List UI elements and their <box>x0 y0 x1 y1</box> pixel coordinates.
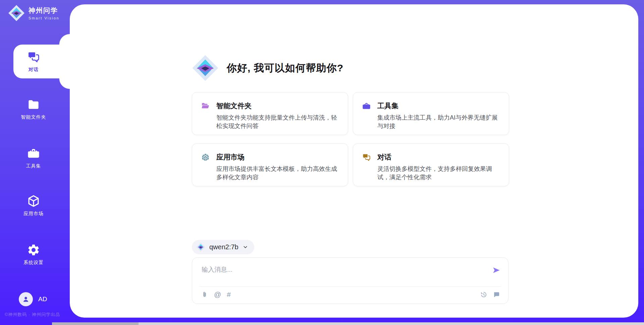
toolbox-icon <box>362 102 371 111</box>
feature-cards: 智能文件夹 智能文件夹功能支持批量文件上传与清洗，轻松实现文件问答 工具集 集成… <box>192 92 509 186</box>
open-folder-icon <box>201 102 210 111</box>
card-title: 工具集 <box>377 101 398 111</box>
main-panel: 你好, 我可以如何帮助你? 智能文件夹 智能文件夹功能支持批量文件上传与清洗，轻… <box>70 4 638 318</box>
chevron-down-icon <box>243 244 248 250</box>
model-diamond-logo-icon <box>196 243 205 252</box>
composer-toolbar-right <box>480 291 500 298</box>
composer-divider <box>199 286 501 287</box>
horizontal-scrollbar-thumb[interactable] <box>52 322 139 325</box>
hash-icon[interactable]: # <box>227 291 231 298</box>
sidebar: 神州问学 Smart Vision 对话 智能文件夹 工具集 <box>0 0 70 325</box>
sidebar-item-label: 应用市场 <box>23 211 44 217</box>
chat-icon <box>362 153 371 162</box>
gear-icon <box>27 243 40 257</box>
brand-subtitle: Smart Vision <box>29 16 59 20</box>
folder-icon <box>27 98 40 111</box>
card-description: 集成市场上主流工具，助力AI与外界无缝扩展与对接 <box>377 114 500 130</box>
model-name: qwen2:7b <box>209 243 238 251</box>
card-smart-folder[interactable]: 智能文件夹 智能文件夹功能支持批量文件上传与清洗，轻松实现文件问答 <box>192 92 348 135</box>
card-description: 灵活切换多模型文件，支持多样回复效果调试，满足个性化需求 <box>377 165 500 182</box>
welcome-diamond-logo-icon <box>192 55 219 81</box>
welcome-block: 你好, 我可以如何帮助你? <box>192 55 343 81</box>
copyright: ©神州数码 · 神州问学出品 <box>5 312 60 318</box>
paperclip-icon[interactable] <box>201 291 208 298</box>
history-icon[interactable] <box>480 291 487 298</box>
message-composer: @ # <box>192 257 508 304</box>
card-toolset[interactable]: 工具集 集成市场上主流工具，助力AI与外界无缝扩展与对接 <box>353 92 509 135</box>
brand: 神州问学 Smart Vision <box>8 5 59 21</box>
sidebar-item-label: 对话 <box>29 67 39 73</box>
sidebar-item-chat[interactable]: 对话 <box>0 50 67 73</box>
message-input[interactable] <box>202 263 470 276</box>
user-name: AD <box>38 296 47 303</box>
user-profile[interactable]: AD <box>19 292 47 306</box>
card-title: 智能文件夹 <box>216 101 252 111</box>
toolbox-icon <box>27 147 40 160</box>
send-icon <box>492 266 501 275</box>
sidebar-item-label: 工具集 <box>26 163 41 169</box>
tab-fillet-top <box>59 34 70 45</box>
send-button[interactable] <box>492 266 501 276</box>
horizontal-scrollbar-track <box>52 322 644 325</box>
sidebar-item-label: 智能文件夹 <box>21 114 46 120</box>
tab-fillet-bottom <box>59 78 70 89</box>
chat-icon <box>27 50 40 64</box>
composer-toolbar: @ # <box>201 291 231 298</box>
brand-name: 神州问学 <box>29 6 59 15</box>
card-description: 智能文件夹功能支持批量文件上传与清洗，轻松实现文件问答 <box>216 114 339 130</box>
sidebar-item-label: 系统设置 <box>23 260 44 266</box>
card-app-market[interactable]: 应用市场 应用市场提供丰富长文本模板，助力高效生成多样化文章内容 <box>192 143 348 186</box>
cube-icon <box>27 194 40 208</box>
card-title: 应用市场 <box>216 152 245 162</box>
cube-grid-icon <box>201 153 210 162</box>
at-icon[interactable]: @ <box>214 291 221 298</box>
card-title: 对话 <box>377 152 391 162</box>
person-icon <box>21 295 30 304</box>
model-selector[interactable]: qwen2:7b <box>192 240 254 254</box>
sidebar-item-app-market[interactable]: 应用市场 <box>0 194 67 217</box>
sidebar-item-settings[interactable]: 系统设置 <box>0 243 67 266</box>
greeting-text: 你好, 我可以如何帮助你? <box>227 61 343 75</box>
chat-bubble-icon[interactable] <box>493 291 500 298</box>
brand-diamond-logo-icon <box>8 5 25 21</box>
card-chat[interactable]: 对话 灵活切换多模型文件，支持多样回复效果调试，满足个性化需求 <box>353 143 509 186</box>
sidebar-item-smart-folder[interactable]: 智能文件夹 <box>0 98 67 120</box>
sidebar-item-toolset[interactable]: 工具集 <box>0 147 67 169</box>
avatar <box>19 292 33 306</box>
card-description: 应用市场提供丰富长文本模板，助力高效生成多样化文章内容 <box>216 165 339 182</box>
